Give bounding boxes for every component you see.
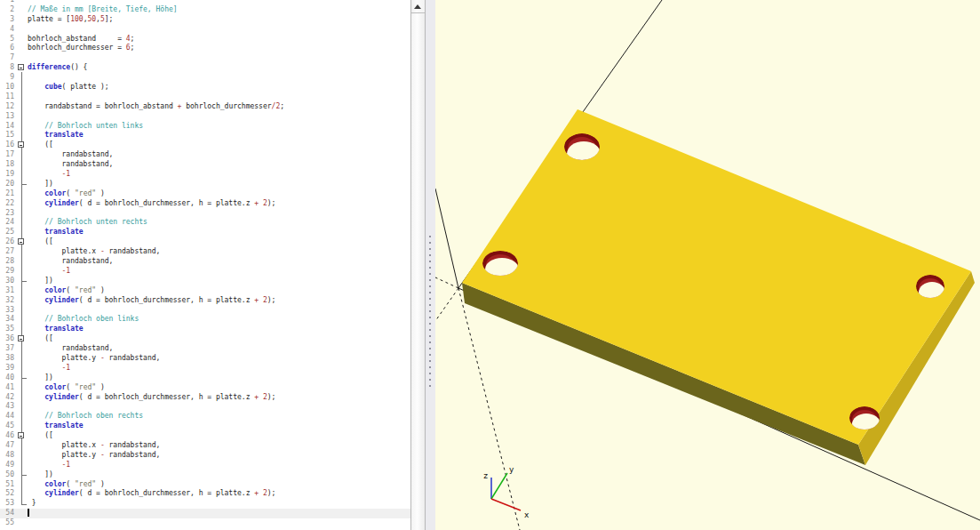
code-line[interactable]: 50 ]) bbox=[0, 470, 410, 480]
code-line[interactable]: 17 randabstand, bbox=[0, 150, 410, 160]
code-text[interactable] bbox=[28, 92, 410, 102]
code-line[interactable]: 25 translate bbox=[0, 228, 410, 237]
code-text[interactable]: cylinder( d = bohrloch_durchmesser, h = … bbox=[28, 393, 410, 403]
code-line[interactable]: 49 -1 bbox=[0, 461, 410, 470]
code-text[interactable]: randabstand, bbox=[28, 257, 410, 267]
code-line[interactable]: 33 bbox=[0, 306, 410, 316]
code-text[interactable] bbox=[28, 209, 410, 219]
code-line[interactable]: 45 translate bbox=[0, 422, 410, 431]
code-text[interactable] bbox=[28, 53, 410, 63]
code-line[interactable]: 41 color( "red" ) bbox=[0, 383, 410, 393]
code-line[interactable]: 12 randabstand = bohrloch_abstand + bohr… bbox=[0, 102, 410, 112]
code-line[interactable]: 51 color( "red" ) bbox=[0, 480, 410, 490]
code-text[interactable]: ]) bbox=[28, 277, 410, 286]
code-text[interactable]: ([ bbox=[28, 431, 410, 441]
code-text[interactable] bbox=[28, 112, 410, 122]
code-line[interactable]: 47 platte.x - randabstand, bbox=[0, 441, 410, 451]
code-text[interactable]: platte.y - randabstand, bbox=[28, 354, 410, 364]
code-text[interactable]: difference() { bbox=[28, 63, 410, 73]
code-text[interactable]: ([ bbox=[28, 334, 410, 344]
code-line[interactable]: 37 randabstand, bbox=[0, 344, 410, 354]
code-text[interactable]: } bbox=[28, 499, 410, 509]
code-text[interactable]: bohrloch_durchmesser = 6; bbox=[28, 44, 410, 53]
code-text[interactable]: // Bohrloch unten rechts bbox=[28, 218, 410, 228]
code-line[interactable]: 48 platte.y - randabstand, bbox=[0, 451, 410, 461]
code-text[interactable] bbox=[28, 509, 410, 518]
code-line[interactable]: 18 randabstand, bbox=[0, 160, 410, 170]
code-line[interactable]: 46 ([ bbox=[0, 431, 410, 441]
code-line[interactable]: 2// Maße in mm [Breite, Tiefe, Höhe] bbox=[0, 5, 410, 15]
code-line[interactable]: 15 translate bbox=[0, 131, 410, 141]
code-line[interactable]: 24 // Bohrloch unten rechts bbox=[0, 218, 410, 228]
code-text[interactable]: platte.x - randabstand, bbox=[28, 441, 410, 451]
code-text[interactable]: randabstand, bbox=[28, 150, 410, 160]
code-text[interactable]: translate bbox=[28, 228, 410, 237]
fold-collapse-icon[interactable] bbox=[16, 237, 28, 247]
code-text[interactable]: cylinder( d = bohrloch_durchmesser, h = … bbox=[28, 199, 410, 209]
code-text[interactable]: color( "red" ) bbox=[28, 383, 410, 393]
code-line[interactable]: 52 cylinder( d = bohrloch_durchmesser, h… bbox=[0, 489, 410, 499]
code-line[interactable]: 54 bbox=[0, 509, 410, 518]
code-line[interactable]: 8difference() { bbox=[0, 63, 410, 73]
code-text[interactable]: -1 bbox=[28, 170, 410, 180]
code-line[interactable]: 23 bbox=[0, 209, 410, 219]
code-line[interactable]: 10 cube( platte ); bbox=[0, 83, 410, 92]
code-text[interactable]: ]) bbox=[28, 180, 410, 189]
code-line[interactable]: 21 color( "red" ) bbox=[0, 189, 410, 199]
code-text[interactable]: // Bohrloch unten links bbox=[28, 122, 410, 132]
code-line[interactable]: 53 } bbox=[0, 499, 410, 509]
code-text[interactable] bbox=[28, 306, 410, 316]
code-text[interactable]: randabstand, bbox=[28, 344, 410, 354]
code-line[interactable]: 26 ([ bbox=[0, 237, 410, 247]
code-line[interactable]: 35 translate bbox=[0, 325, 410, 334]
code-text[interactable] bbox=[28, 73, 410, 83]
code-line[interactable]: 44 // Bohrloch oben rechts bbox=[0, 412, 410, 422]
code-text[interactable]: ]) bbox=[28, 470, 410, 480]
code-text[interactable]: // Bohrloch oben rechts bbox=[28, 412, 410, 422]
code-line[interactable]: 32 cylinder( d = bohrloch_durchmesser, h… bbox=[0, 296, 410, 306]
fold-collapse-icon[interactable] bbox=[16, 141, 28, 150]
code-line[interactable]: 3platte = [100,50,5]; bbox=[0, 15, 410, 25]
code-line[interactable]: 55 bbox=[0, 518, 410, 528]
code-line[interactable]: 7 bbox=[0, 53, 410, 63]
code-text[interactable]: color( "red" ) bbox=[28, 286, 410, 296]
code-text[interactable] bbox=[28, 402, 410, 412]
3d-viewport[interactable]: z y x bbox=[435, 0, 980, 530]
code-text[interactable]: -1 bbox=[28, 267, 410, 277]
code-line[interactable]: 29 -1 bbox=[0, 267, 410, 277]
code-text[interactable]: color( "red" ) bbox=[28, 480, 410, 490]
code-text[interactable]: platte.y - randabstand, bbox=[28, 451, 410, 461]
code-line[interactable]: 22 cylinder( d = bohrloch_durchmesser, h… bbox=[0, 199, 410, 209]
code-text[interactable]: ([ bbox=[28, 237, 410, 247]
code-line[interactable]: 13 bbox=[0, 112, 410, 122]
code-line[interactable]: 42 cylinder( d = bohrloch_durchmesser, h… bbox=[0, 393, 410, 403]
code-line[interactable]: 20 ]) bbox=[0, 180, 410, 189]
code-line[interactable]: 27 platte.x - randabstand, bbox=[0, 247, 410, 257]
code-line[interactable]: 9 bbox=[0, 73, 410, 83]
code-text[interactable]: // Maße in mm [Breite, Tiefe, Höhe] bbox=[28, 5, 410, 15]
scrollbar-thumb[interactable] bbox=[411, 14, 425, 530]
code-line[interactable]: 16 ([ bbox=[0, 141, 410, 150]
fold-collapse-icon[interactable] bbox=[16, 431, 28, 441]
code-text[interactable] bbox=[28, 25, 410, 35]
code-line[interactable]: 4 bbox=[0, 25, 410, 35]
code-text[interactable]: ]) bbox=[28, 373, 410, 383]
code-text[interactable]: cylinder( d = bohrloch_durchmesser, h = … bbox=[28, 296, 410, 306]
code-text[interactable]: -1 bbox=[28, 364, 410, 373]
code-text[interactable]: cube( platte ); bbox=[28, 83, 410, 92]
code-text[interactable]: ([ bbox=[28, 141, 410, 150]
code-text[interactable]: platte.x - randabstand, bbox=[28, 247, 410, 257]
code-line[interactable]: 39 -1 bbox=[0, 364, 410, 373]
fold-collapse-icon[interactable] bbox=[16, 334, 28, 344]
code-line[interactable]: 14 // Bohrloch unten links bbox=[0, 122, 410, 132]
code-text[interactable]: randabstand, bbox=[28, 160, 410, 170]
code-text[interactable]: -1 bbox=[28, 461, 410, 470]
code-line[interactable]: 34 // Bohrloch oben links bbox=[0, 315, 410, 325]
code-text[interactable]: randabstand = bohrloch_abstand + bohrloc… bbox=[28, 102, 410, 112]
code-line[interactable]: 11 bbox=[0, 92, 410, 102]
pane-splitter[interactable] bbox=[426, 0, 435, 530]
code-text[interactable] bbox=[28, 518, 410, 528]
code-text[interactable]: translate bbox=[28, 325, 410, 334]
fold-collapse-icon[interactable] bbox=[16, 63, 28, 73]
code-text[interactable]: bohrloch_abstand = 4; bbox=[28, 35, 410, 44]
